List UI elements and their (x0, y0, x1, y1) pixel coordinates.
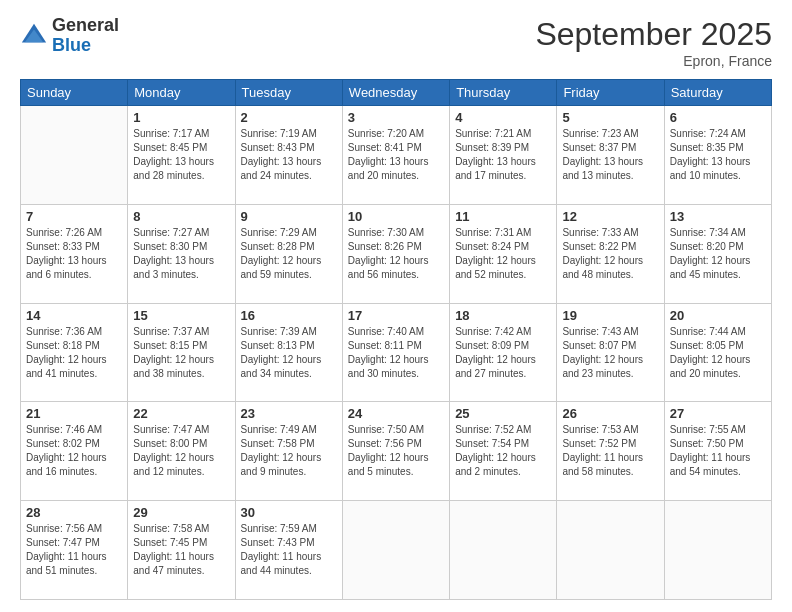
day-info: Sunrise: 7:23 AM Sunset: 8:37 PM Dayligh… (562, 127, 658, 183)
day-number: 11 (455, 209, 551, 224)
col-tuesday: Tuesday (235, 80, 342, 106)
month-title: September 2025 (535, 16, 772, 53)
col-wednesday: Wednesday (342, 80, 449, 106)
day-number: 23 (241, 406, 337, 421)
day-number: 21 (26, 406, 122, 421)
calendar-cell (21, 106, 128, 205)
day-info: Sunrise: 7:30 AM Sunset: 8:26 PM Dayligh… (348, 226, 444, 282)
day-number: 16 (241, 308, 337, 323)
calendar-cell: 12Sunrise: 7:33 AM Sunset: 8:22 PM Dayli… (557, 204, 664, 303)
location: Epron, France (535, 53, 772, 69)
day-info: Sunrise: 7:36 AM Sunset: 8:18 PM Dayligh… (26, 325, 122, 381)
page: General Blue September 2025 Epron, Franc… (0, 0, 792, 612)
logo-text: General Blue (52, 16, 119, 56)
calendar-cell: 5Sunrise: 7:23 AM Sunset: 8:37 PM Daylig… (557, 106, 664, 205)
day-number: 5 (562, 110, 658, 125)
calendar-cell: 9Sunrise: 7:29 AM Sunset: 8:28 PM Daylig… (235, 204, 342, 303)
calendar-cell: 1Sunrise: 7:17 AM Sunset: 8:45 PM Daylig… (128, 106, 235, 205)
calendar-table: Sunday Monday Tuesday Wednesday Thursday… (20, 79, 772, 600)
day-info: Sunrise: 7:27 AM Sunset: 8:30 PM Dayligh… (133, 226, 229, 282)
logo-icon (20, 22, 48, 50)
day-info: Sunrise: 7:20 AM Sunset: 8:41 PM Dayligh… (348, 127, 444, 183)
calendar-cell (342, 501, 449, 600)
calendar-cell: 14Sunrise: 7:36 AM Sunset: 8:18 PM Dayli… (21, 303, 128, 402)
day-number: 18 (455, 308, 551, 323)
day-number: 3 (348, 110, 444, 125)
day-info: Sunrise: 7:58 AM Sunset: 7:45 PM Dayligh… (133, 522, 229, 578)
header: General Blue September 2025 Epron, Franc… (20, 16, 772, 69)
calendar-cell: 2Sunrise: 7:19 AM Sunset: 8:43 PM Daylig… (235, 106, 342, 205)
calendar-cell: 4Sunrise: 7:21 AM Sunset: 8:39 PM Daylig… (450, 106, 557, 205)
day-info: Sunrise: 7:50 AM Sunset: 7:56 PM Dayligh… (348, 423, 444, 479)
calendar-cell: 15Sunrise: 7:37 AM Sunset: 8:15 PM Dayli… (128, 303, 235, 402)
day-number: 27 (670, 406, 766, 421)
day-info: Sunrise: 7:44 AM Sunset: 8:05 PM Dayligh… (670, 325, 766, 381)
day-number: 4 (455, 110, 551, 125)
day-number: 17 (348, 308, 444, 323)
calendar-cell: 27Sunrise: 7:55 AM Sunset: 7:50 PM Dayli… (664, 402, 771, 501)
calendar-week-2: 7Sunrise: 7:26 AM Sunset: 8:33 PM Daylig… (21, 204, 772, 303)
day-number: 19 (562, 308, 658, 323)
calendar-cell: 26Sunrise: 7:53 AM Sunset: 7:52 PM Dayli… (557, 402, 664, 501)
day-number: 1 (133, 110, 229, 125)
day-number: 26 (562, 406, 658, 421)
day-number: 30 (241, 505, 337, 520)
day-info: Sunrise: 7:46 AM Sunset: 8:02 PM Dayligh… (26, 423, 122, 479)
day-number: 15 (133, 308, 229, 323)
calendar-cell: 24Sunrise: 7:50 AM Sunset: 7:56 PM Dayli… (342, 402, 449, 501)
day-info: Sunrise: 7:37 AM Sunset: 8:15 PM Dayligh… (133, 325, 229, 381)
col-sunday: Sunday (21, 80, 128, 106)
day-info: Sunrise: 7:26 AM Sunset: 8:33 PM Dayligh… (26, 226, 122, 282)
calendar-cell: 18Sunrise: 7:42 AM Sunset: 8:09 PM Dayli… (450, 303, 557, 402)
day-info: Sunrise: 7:42 AM Sunset: 8:09 PM Dayligh… (455, 325, 551, 381)
day-number: 10 (348, 209, 444, 224)
day-number: 25 (455, 406, 551, 421)
day-info: Sunrise: 7:24 AM Sunset: 8:35 PM Dayligh… (670, 127, 766, 183)
calendar-cell: 23Sunrise: 7:49 AM Sunset: 7:58 PM Dayli… (235, 402, 342, 501)
day-info: Sunrise: 7:55 AM Sunset: 7:50 PM Dayligh… (670, 423, 766, 479)
day-info: Sunrise: 7:33 AM Sunset: 8:22 PM Dayligh… (562, 226, 658, 282)
calendar-cell (450, 501, 557, 600)
day-info: Sunrise: 7:21 AM Sunset: 8:39 PM Dayligh… (455, 127, 551, 183)
calendar-cell: 7Sunrise: 7:26 AM Sunset: 8:33 PM Daylig… (21, 204, 128, 303)
title-block: September 2025 Epron, France (535, 16, 772, 69)
calendar-cell: 11Sunrise: 7:31 AM Sunset: 8:24 PM Dayli… (450, 204, 557, 303)
calendar-cell (557, 501, 664, 600)
day-number: 24 (348, 406, 444, 421)
day-number: 9 (241, 209, 337, 224)
logo-general: General (52, 16, 119, 36)
calendar-cell: 30Sunrise: 7:59 AM Sunset: 7:43 PM Dayli… (235, 501, 342, 600)
calendar-cell: 22Sunrise: 7:47 AM Sunset: 8:00 PM Dayli… (128, 402, 235, 501)
day-number: 2 (241, 110, 337, 125)
logo-blue: Blue (52, 36, 119, 56)
calendar-cell: 25Sunrise: 7:52 AM Sunset: 7:54 PM Dayli… (450, 402, 557, 501)
day-info: Sunrise: 7:19 AM Sunset: 8:43 PM Dayligh… (241, 127, 337, 183)
day-number: 29 (133, 505, 229, 520)
calendar-cell: 28Sunrise: 7:56 AM Sunset: 7:47 PM Dayli… (21, 501, 128, 600)
day-info: Sunrise: 7:39 AM Sunset: 8:13 PM Dayligh… (241, 325, 337, 381)
day-number: 12 (562, 209, 658, 224)
day-info: Sunrise: 7:43 AM Sunset: 8:07 PM Dayligh… (562, 325, 658, 381)
calendar-cell (664, 501, 771, 600)
day-number: 14 (26, 308, 122, 323)
day-info: Sunrise: 7:29 AM Sunset: 8:28 PM Dayligh… (241, 226, 337, 282)
day-info: Sunrise: 7:47 AM Sunset: 8:00 PM Dayligh… (133, 423, 229, 479)
day-number: 20 (670, 308, 766, 323)
day-number: 8 (133, 209, 229, 224)
day-number: 6 (670, 110, 766, 125)
day-info: Sunrise: 7:49 AM Sunset: 7:58 PM Dayligh… (241, 423, 337, 479)
calendar-cell: 8Sunrise: 7:27 AM Sunset: 8:30 PM Daylig… (128, 204, 235, 303)
day-info: Sunrise: 7:34 AM Sunset: 8:20 PM Dayligh… (670, 226, 766, 282)
calendar-week-1: 1Sunrise: 7:17 AM Sunset: 8:45 PM Daylig… (21, 106, 772, 205)
day-number: 13 (670, 209, 766, 224)
col-thursday: Thursday (450, 80, 557, 106)
col-monday: Monday (128, 80, 235, 106)
day-number: 22 (133, 406, 229, 421)
day-info: Sunrise: 7:17 AM Sunset: 8:45 PM Dayligh… (133, 127, 229, 183)
col-saturday: Saturday (664, 80, 771, 106)
calendar-cell: 16Sunrise: 7:39 AM Sunset: 8:13 PM Dayli… (235, 303, 342, 402)
col-friday: Friday (557, 80, 664, 106)
calendar-cell: 19Sunrise: 7:43 AM Sunset: 8:07 PM Dayli… (557, 303, 664, 402)
calendar-header-row: Sunday Monday Tuesday Wednesday Thursday… (21, 80, 772, 106)
calendar-cell: 3Sunrise: 7:20 AM Sunset: 8:41 PM Daylig… (342, 106, 449, 205)
